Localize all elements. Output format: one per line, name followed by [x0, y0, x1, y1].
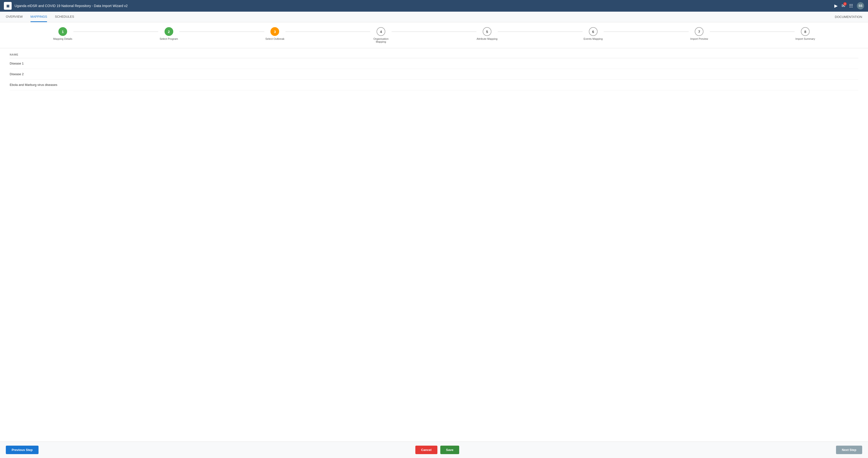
step-5-label: Attribute Mapping	[477, 37, 497, 40]
step-5-circle[interactable]: 5	[483, 27, 491, 36]
secondnav-items: OVERVIEW MAPPINGS SCHEDULES	[6, 12, 74, 22]
nav-documentation[interactable]: DOCUMENTATION	[835, 15, 862, 19]
step-8: 8 Import Summary	[752, 27, 858, 40]
save-button[interactable]: Save	[440, 446, 459, 454]
step-1-circle[interactable]: 1	[58, 27, 67, 36]
step-2-circle[interactable]: 2	[164, 27, 173, 36]
app-title: Uganda eIDSR and COVID 19 National Repos…	[14, 4, 128, 8]
app-logo[interactable]: ▣	[4, 2, 12, 10]
wizard-steps: 1 Mapping Details 2 Select Program 3 Sel…	[0, 22, 868, 48]
avatar[interactable]: SS	[857, 2, 864, 9]
main-content: NAME Disease 1 Disease 2 Ebola and Marbu…	[0, 48, 868, 441]
list-item[interactable]: Ebola and Marburg virus diseases	[10, 80, 858, 90]
column-header: NAME	[10, 53, 858, 58]
step-7-circle[interactable]: 7	[695, 27, 704, 36]
prev-step-button[interactable]: Previous Step	[6, 446, 38, 454]
mail-icon[interactable]: ✉ 2	[842, 3, 845, 8]
apps-icon[interactable]: ☷	[849, 3, 853, 8]
nav-schedules[interactable]: SCHEDULES	[55, 12, 74, 22]
topbar-right: ▶ ✉ 2 ☷ SS	[834, 2, 864, 9]
step-8-circle[interactable]: 8	[801, 27, 810, 36]
secondary-nav: OVERVIEW MAPPINGS SCHEDULES DOCUMENTATIO…	[0, 12, 868, 22]
next-step-button[interactable]: Next Step	[836, 446, 862, 454]
topbar-left: ▣ Uganda eIDSR and COVID 19 National Rep…	[4, 2, 128, 10]
step-8-label: Import Summary	[795, 37, 815, 40]
nav-mappings[interactable]: MAPPINGS	[31, 12, 47, 22]
list-item[interactable]: Disease 2	[10, 69, 858, 80]
step-3-circle[interactable]: 3	[271, 27, 279, 36]
step-2: 2 Select Program	[116, 27, 222, 40]
step-7-label: Import Preview	[690, 37, 708, 40]
step-4-label: Organisation Mapping	[369, 37, 393, 43]
step-6-label: Events Mapping	[584, 37, 603, 40]
step-6: 6 Events Mapping	[540, 27, 646, 40]
list-item[interactable]: Disease 1	[10, 58, 858, 69]
footer: Previous Step Cancel Save Next Step	[0, 441, 868, 458]
topbar: ▣ Uganda eIDSR and COVID 19 National Rep…	[0, 0, 868, 12]
step-4: 4 Organisation Mapping	[328, 27, 434, 43]
footer-center-buttons: Cancel Save	[415, 446, 459, 454]
step-4-circle[interactable]: 4	[377, 27, 385, 36]
step-6-circle[interactable]: 6	[589, 27, 597, 36]
step-2-label: Select Program	[160, 37, 178, 40]
nav-overview[interactable]: OVERVIEW	[6, 12, 23, 22]
cancel-button[interactable]: Cancel	[415, 446, 437, 454]
step-1-label: Mapping Details	[53, 37, 72, 40]
mail-badge: 2	[843, 2, 847, 6]
step-1: 1 Mapping Details	[10, 27, 116, 40]
step-7: 7 Import Preview	[646, 27, 752, 40]
step-3-label: Select Outbreak	[265, 37, 284, 40]
step-5: 5 Attribute Mapping	[434, 27, 540, 40]
step-3: 3 Select Outbreak	[222, 27, 328, 40]
chat-icon[interactable]: ▶	[834, 3, 838, 8]
